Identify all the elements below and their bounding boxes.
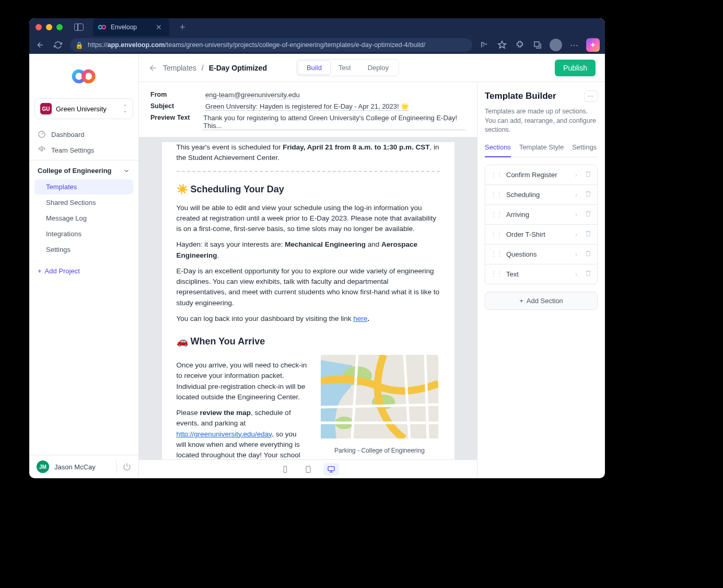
chevrons-updown-icon: ⌃⌄ — [123, 105, 127, 112]
canvas-scroll[interactable]: This year's event is scheduled for Frida… — [139, 137, 477, 459]
browser-window: Enveloop ✕ + 🔒 https://app.enveloop.com/… — [29, 18, 605, 478]
add-section-button[interactable]: +Add Section — [485, 292, 598, 310]
org-badge: GU — [40, 103, 52, 114]
tab-template-style[interactable]: Template Style — [519, 143, 564, 157]
drag-handle-icon[interactable]: ⋮⋮ — [491, 250, 502, 258]
tab-deploy[interactable]: Deploy — [359, 61, 397, 74]
breadcrumb-current: E-Day Optimized — [209, 64, 267, 72]
divider — [177, 171, 440, 172]
trash-icon[interactable] — [585, 190, 592, 199]
topbar: Templates / E-Day Optimized Build Test D… — [139, 54, 605, 82]
add-project-button[interactable]: + Add Project — [29, 262, 138, 280]
nav-dashboard[interactable]: Dashboard — [29, 126, 138, 142]
maximize-window-button[interactable] — [56, 24, 63, 30]
read-aloud-icon[interactable] — [479, 39, 490, 51]
nav-message-log[interactable]: Message Log — [34, 211, 133, 226]
section-row[interactable]: ⋮⋮Questions› — [485, 245, 597, 264]
more-menu-icon[interactable]: ⋯ — [568, 39, 580, 51]
close-tab-icon[interactable]: ✕ — [156, 23, 162, 31]
new-tab-button[interactable]: + — [180, 22, 185, 33]
subject-field[interactable]: Green University: Hayden is registered f… — [205, 102, 409, 111]
chevron-down-icon — [123, 167, 130, 175]
drag-handle-icon[interactable]: ⋮⋮ — [491, 191, 502, 198]
back-button[interactable] — [34, 39, 46, 51]
org-switcher[interactable]: GU Green University ⌃⌄ — [34, 98, 133, 119]
logout-button[interactable] — [116, 460, 131, 473]
trash-icon[interactable] — [585, 170, 592, 179]
tab-build[interactable]: Build — [298, 61, 331, 75]
app-logo — [29, 54, 138, 98]
trash-icon[interactable] — [585, 270, 592, 279]
eday-site-link[interactable]: http://greenuniversity.edu/eday — [177, 430, 272, 438]
sidebar-toggle-icon[interactable] — [74, 24, 84, 31]
device-mobile-icon[interactable] — [277, 463, 293, 476]
project-menu: Templates Shared Sections Message Log In… — [29, 179, 138, 262]
copilot-button[interactable]: ✦ — [586, 38, 600, 52]
drag-handle-icon[interactable]: ⋮⋮ — [491, 211, 502, 218]
from-field[interactable]: eng-team@greenuniversity.edu — [205, 91, 300, 99]
map-caption: Parking - College of Engineering — [320, 446, 440, 455]
address-bar[interactable]: 🔒 https://app.enveloop.com/teams/green-u… — [70, 38, 472, 52]
device-tablet-icon[interactable] — [300, 463, 316, 476]
user-footer: JM Jason McCay — [29, 455, 138, 478]
trash-icon[interactable] — [585, 250, 592, 259]
tab-template-settings[interactable]: Settings — [572, 143, 597, 157]
preview-text-field[interactable]: Thank you for registering to attend Gree… — [203, 114, 465, 130]
close-window-button[interactable] — [36, 24, 42, 30]
extensions-icon[interactable] — [514, 39, 526, 51]
section-row[interactable]: ⋮⋮Text› — [485, 264, 597, 284]
nav-project-settings[interactable]: Settings — [34, 242, 133, 257]
tab-title: Enveloop — [111, 24, 137, 31]
user-name: Jason McCay — [54, 463, 96, 471]
nav-team-settings[interactable]: Team Settings — [29, 142, 138, 158]
chevron-right-icon: › — [575, 211, 577, 218]
inspector-menu-button[interactable]: ⋯ — [584, 90, 598, 102]
chevron-right-icon: › — [575, 250, 577, 258]
drag-handle-icon[interactable]: ⋮⋮ — [491, 270, 502, 278]
drag-handle-icon[interactable]: ⋮⋮ — [491, 171, 502, 178]
sidebar: GU Green University ⌃⌄ Dashboard Team Se… — [29, 54, 139, 478]
section-row[interactable]: ⋮⋮Order T-Shirt› — [485, 225, 597, 245]
window-controls — [36, 24, 63, 30]
gauge-icon — [38, 130, 46, 139]
publish-button[interactable]: Publish — [555, 60, 596, 76]
favorites-icon[interactable] — [496, 39, 508, 51]
main: Templates / E-Day Optimized Build Test D… — [139, 54, 605, 478]
email-body: This year's event is scheduled for Frida… — [162, 142, 454, 459]
canvas-column: Fromeng-team@greenuniversity.edu Subject… — [139, 82, 477, 478]
svg-point-6 — [41, 149, 43, 151]
drag-handle-icon[interactable]: ⋮⋮ — [491, 230, 502, 238]
chevron-right-icon: › — [575, 191, 577, 199]
top-menu: Dashboard Team Settings — [29, 124, 138, 160]
user-avatar[interactable]: JM — [37, 460, 49, 473]
reload-button[interactable] — [52, 39, 64, 51]
minimize-window-button[interactable] — [46, 24, 52, 30]
nav-templates[interactable]: Templates — [34, 179, 133, 194]
tab-sections[interactable]: Sections — [485, 143, 511, 157]
tab-test[interactable]: Test — [330, 61, 359, 74]
section-row[interactable]: ⋮⋮Scheduling› — [485, 185, 597, 205]
nav-integrations[interactable]: Integrations — [34, 226, 133, 241]
plus-icon: + — [38, 267, 42, 275]
nav-shared-sections[interactable]: Shared Sections — [34, 195, 133, 210]
chevron-right-icon: › — [575, 270, 577, 278]
device-desktop-icon[interactable] — [323, 463, 339, 476]
trash-icon[interactable] — [585, 230, 592, 239]
browser-tab[interactable]: Enveloop ✕ — [93, 18, 169, 36]
profile-avatar[interactable] — [550, 39, 562, 51]
project-header[interactable]: College of Engineering — [29, 160, 138, 179]
back-arrow-icon[interactable] — [148, 63, 158, 73]
inspector-description: Templates are made up of sections. You c… — [485, 107, 598, 135]
section-heading-arrive: 🚗 When You Arrive — [177, 335, 440, 349]
dashboard-link[interactable]: here — [353, 315, 367, 322]
section-heading-scheduling: ☀️ Scheduling Your Day — [177, 182, 440, 197]
inspector-tabs: Sections Template Style Settings — [485, 143, 598, 157]
section-row[interactable]: ⋮⋮Arriving› — [485, 205, 597, 225]
svg-point-0 — [99, 26, 102, 29]
trash-icon[interactable] — [585, 210, 592, 219]
breadcrumb-parent[interactable]: Templates — [163, 64, 196, 72]
section-row[interactable]: ⋮⋮Confirm Register› — [485, 165, 597, 185]
intro-paragraph: This year's event is scheduled for Frida… — [177, 142, 440, 164]
campus-map-image — [321, 355, 438, 439]
collections-icon[interactable] — [532, 39, 543, 51]
